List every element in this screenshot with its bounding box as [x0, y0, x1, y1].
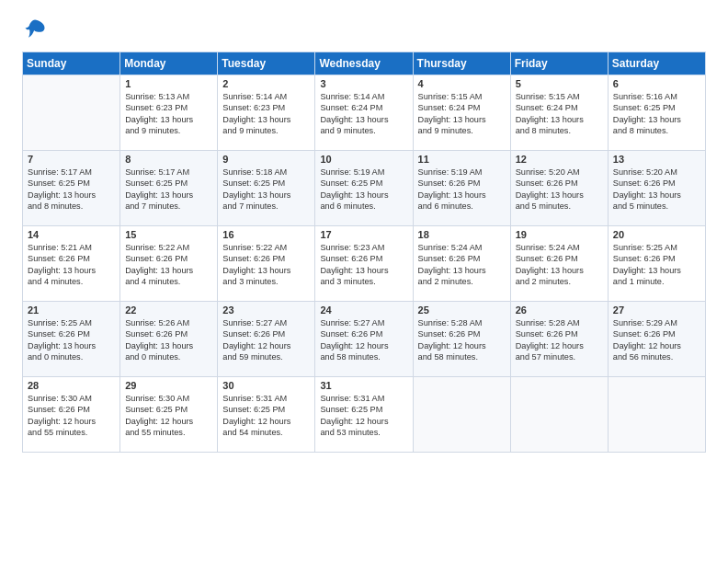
cell-details: Sunrise: 5:30 AMSunset: 6:25 PMDaylight:… [125, 393, 212, 439]
header-cell-saturday: Saturday [608, 52, 705, 75]
calendar-cell: 3Sunrise: 5:14 AMSunset: 6:24 PMDaylight… [315, 75, 413, 151]
cell-line: and 0 minutes. [125, 351, 212, 362]
cell-details: Sunrise: 5:15 AMSunset: 6:24 PMDaylight:… [516, 91, 603, 137]
cell-line: Sunset: 6:25 PM [320, 178, 407, 189]
cell-line: Sunset: 6:26 PM [418, 328, 506, 339]
cell-line: and 2 minutes. [516, 276, 603, 287]
cell-line: Sunrise: 5:15 AM [516, 91, 603, 102]
cell-line: Daylight: 13 hours [125, 265, 212, 276]
cell-line: Sunset: 6:26 PM [28, 404, 115, 415]
cell-line: Daylight: 13 hours [125, 340, 212, 351]
calendar-cell: 26Sunrise: 5:28 AMSunset: 6:26 PMDayligh… [510, 302, 608, 377]
cell-details: Sunrise: 5:24 AMSunset: 6:26 PMDaylight:… [418, 242, 506, 288]
cell-line: Sunset: 6:25 PM [222, 404, 310, 415]
cell-line: Sunset: 6:26 PM [320, 328, 407, 339]
cell-details: Sunrise: 5:28 AMSunset: 6:26 PMDaylight:… [516, 317, 603, 363]
cell-line: Sunrise: 5:22 AM [125, 242, 212, 253]
cell-line: Sunset: 6:25 PM [613, 102, 700, 113]
cell-line: Sunrise: 5:24 AM [516, 242, 603, 253]
cell-line: Sunset: 6:26 PM [516, 178, 603, 189]
calendar-cell: 12Sunrise: 5:20 AMSunset: 6:26 PMDayligh… [510, 151, 608, 226]
cell-line: Sunrise: 5:18 AM [222, 167, 310, 178]
calendar-cell: 7Sunrise: 5:17 AMSunset: 6:25 PMDaylight… [23, 151, 120, 226]
cell-line: Daylight: 12 hours [418, 340, 506, 351]
logo [22, 17, 51, 42]
day-number: 17 [320, 229, 407, 240]
cell-details: Sunrise: 5:28 AMSunset: 6:26 PMDaylight:… [418, 317, 506, 363]
cell-line: and 0 minutes. [28, 351, 115, 362]
calendar-cell: 13Sunrise: 5:20 AMSunset: 6:26 PMDayligh… [608, 151, 705, 226]
calendar-cell: 18Sunrise: 5:24 AMSunset: 6:26 PMDayligh… [413, 226, 510, 302]
cell-line: Daylight: 13 hours [418, 190, 506, 201]
cell-line: and 9 minutes. [418, 125, 506, 136]
cell-line: and 53 minutes. [320, 427, 407, 438]
cell-line: and 56 minutes. [613, 351, 700, 362]
calendar-cell: 19Sunrise: 5:24 AMSunset: 6:26 PMDayligh… [510, 226, 608, 302]
cell-line: Sunset: 6:26 PM [516, 328, 603, 339]
week-row-4: 28Sunrise: 5:30 AMSunset: 6:26 PMDayligh… [23, 377, 706, 453]
cell-line: Sunset: 6:26 PM [222, 328, 310, 339]
cell-line: and 7 minutes. [125, 201, 212, 212]
cell-line: Daylight: 13 hours [613, 190, 700, 201]
cell-details: Sunrise: 5:13 AMSunset: 6:23 PMDaylight:… [125, 91, 212, 137]
cell-line: Sunset: 6:26 PM [613, 178, 700, 189]
cell-line: and 3 minutes. [320, 276, 407, 287]
cell-line: Daylight: 13 hours [516, 190, 603, 201]
cell-line: Daylight: 12 hours [125, 416, 212, 427]
cell-line: and 6 minutes. [320, 201, 407, 212]
day-number: 16 [222, 229, 310, 240]
cell-details: Sunrise: 5:15 AMSunset: 6:24 PMDaylight:… [418, 91, 506, 137]
cell-details: Sunrise: 5:24 AMSunset: 6:26 PMDaylight:… [516, 242, 603, 288]
cell-line: Sunrise: 5:22 AM [222, 242, 310, 253]
cell-details: Sunrise: 5:22 AMSunset: 6:26 PMDaylight:… [125, 242, 212, 288]
day-number: 3 [320, 78, 407, 89]
cell-line: Sunrise: 5:31 AM [320, 393, 407, 404]
day-number: 20 [613, 229, 700, 240]
header-cell-tuesday: Tuesday [218, 52, 315, 75]
cell-line: and 8 minutes. [516, 125, 603, 136]
cell-line: Sunset: 6:24 PM [320, 102, 407, 113]
calendar-cell: 4Sunrise: 5:15 AMSunset: 6:24 PMDaylight… [413, 75, 510, 151]
cell-details: Sunrise: 5:16 AMSunset: 6:25 PMDaylight:… [613, 91, 700, 137]
cell-line: Sunset: 6:23 PM [222, 102, 310, 113]
cell-details: Sunrise: 5:31 AMSunset: 6:25 PMDaylight:… [320, 393, 407, 439]
calendar-cell: 6Sunrise: 5:16 AMSunset: 6:25 PMDaylight… [608, 75, 705, 151]
cell-line: Sunset: 6:25 PM [28, 178, 115, 189]
calendar-cell: 21Sunrise: 5:25 AMSunset: 6:26 PMDayligh… [23, 302, 120, 377]
day-number: 11 [418, 154, 506, 165]
cell-line: Sunset: 6:26 PM [28, 253, 115, 264]
header-cell-monday: Monday [120, 52, 218, 75]
day-number: 12 [516, 154, 603, 165]
cell-line: Daylight: 13 hours [320, 265, 407, 276]
cell-line: and 5 minutes. [516, 201, 603, 212]
cell-line: Sunrise: 5:23 AM [320, 242, 407, 253]
cell-line: Daylight: 12 hours [28, 416, 115, 427]
calendar-cell: 8Sunrise: 5:17 AMSunset: 6:25 PMDaylight… [120, 151, 218, 226]
cell-details: Sunrise: 5:17 AMSunset: 6:25 PMDaylight:… [125, 167, 212, 213]
cell-line: and 8 minutes. [613, 125, 700, 136]
cell-line: and 57 minutes. [516, 351, 603, 362]
cell-details: Sunrise: 5:30 AMSunset: 6:26 PMDaylight:… [28, 393, 115, 439]
cell-line: and 54 minutes. [222, 427, 310, 438]
cell-line: Sunset: 6:26 PM [125, 253, 212, 264]
cell-line: and 4 minutes. [28, 276, 115, 287]
day-number: 4 [418, 78, 506, 89]
day-number: 28 [28, 380, 115, 391]
cell-details: Sunrise: 5:29 AMSunset: 6:26 PMDaylight:… [613, 317, 700, 363]
header-cell-thursday: Thursday [413, 52, 510, 75]
cell-line: Daylight: 13 hours [222, 265, 310, 276]
cell-line: Sunset: 6:23 PM [125, 102, 212, 113]
header-cell-friday: Friday [510, 52, 608, 75]
cell-line: Daylight: 13 hours [516, 265, 603, 276]
cell-line: Daylight: 12 hours [613, 340, 700, 351]
cell-line: and 5 minutes. [613, 201, 700, 212]
cell-line: Sunrise: 5:19 AM [418, 167, 506, 178]
cell-line: Sunset: 6:26 PM [613, 328, 700, 339]
cell-line: Daylight: 13 hours [28, 340, 115, 351]
day-number: 21 [28, 304, 115, 316]
cell-line: Sunset: 6:26 PM [418, 253, 506, 264]
day-number: 27 [613, 304, 700, 316]
cell-line: Daylight: 13 hours [222, 190, 310, 201]
header-row: SundayMondayTuesdayWednesdayThursdayFrid… [23, 52, 706, 75]
day-number: 6 [613, 78, 700, 89]
